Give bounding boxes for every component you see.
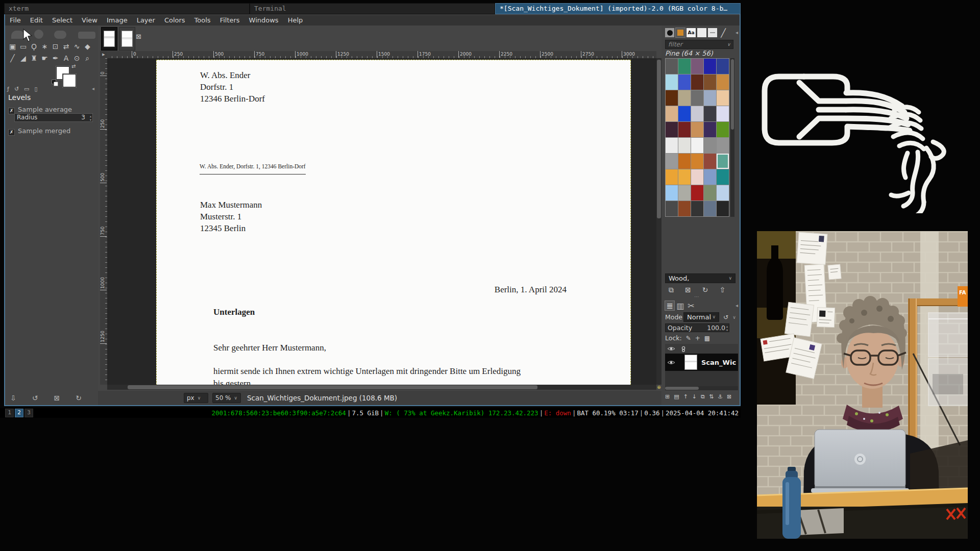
reset-button[interactable]: ↺ — [32, 394, 38, 402]
levels-dialog-icon[interactable]: ƒ — [7, 86, 9, 92]
spinner-arrows[interactable]: ▴▾ — [726, 324, 729, 332]
crop-tool[interactable]: ⊡ — [50, 41, 61, 53]
buffers-tab-icon[interactable] — [708, 28, 717, 37]
radius-spinbox[interactable]: Radius 3 ▴▾ — [14, 113, 93, 122]
pattern-set-combo[interactable]: Wood,∨ — [665, 273, 736, 283]
mypaint-brush-tab-icon[interactable]: ╱ — [719, 28, 728, 37]
delete-pattern-button[interactable]: ⊠ — [685, 286, 691, 294]
anchor-layer-button[interactable]: ⚓ — [718, 393, 723, 400]
menu-item[interactable]: Layer — [132, 15, 160, 26]
vertical-scrollbar-thumb[interactable] — [657, 60, 661, 218]
image-tab[interactable] — [119, 27, 135, 51]
pattern-swatch[interactable] — [691, 106, 703, 121]
horizontal-ruler[interactable]: 0250500750100012501500175020002250250027… — [107, 51, 656, 59]
lock-position-icon[interactable]: + — [695, 335, 700, 342]
pattern-swatch[interactable] — [704, 59, 716, 74]
refresh-patterns-button[interactable]: ↻ — [702, 286, 708, 294]
pattern-swatch[interactable] — [691, 122, 703, 137]
free-select-tool[interactable]: Ϙ — [29, 41, 39, 53]
pattern-swatch[interactable] — [691, 185, 703, 201]
opacity-slider[interactable]: Opacity 100.0 ▴▾ — [665, 323, 729, 332]
pattern-swatch[interactable] — [691, 138, 703, 153]
workspace-button[interactable]: 1 — [5, 409, 14, 417]
pattern-swatch[interactable] — [666, 59, 678, 74]
pattern-swatch[interactable] — [678, 59, 691, 74]
palettes-tab-icon[interactable] — [697, 28, 706, 37]
navigation-preview-icon[interactable]: ⊕ — [656, 385, 662, 390]
wm-tab[interactable]: xterm — [4, 3, 250, 14]
wm-tab[interactable]: *[Scan_Wichtiges_Dokument] (imported)-2.… — [495, 3, 741, 14]
vertical-ruler[interactable]: 025050075010001250 — [100, 58, 108, 385]
pattern-swatch[interactable] — [678, 138, 691, 153]
pattern-swatch[interactable] — [704, 74, 716, 90]
pattern-swatch[interactable] — [678, 74, 691, 90]
ink-tool[interactable]: ✒ — [50, 53, 61, 64]
pattern-swatch[interactable] — [691, 154, 703, 169]
pattern-swatch[interactable] — [704, 154, 716, 169]
image-tab-active[interactable] — [101, 27, 117, 51]
new-layer-button[interactable]: ⊞ — [665, 393, 670, 400]
pattern-swatch[interactable] — [666, 138, 678, 153]
duplicate-pattern-button[interactable]: ⧉ — [669, 286, 674, 294]
pattern-swatch[interactable] — [666, 154, 678, 169]
pattern-swatch[interactable] — [691, 74, 703, 90]
pattern-swatch[interactable] — [704, 122, 716, 137]
workspace-button[interactable]: 3 — [24, 409, 33, 417]
pattern-swatch[interactable] — [717, 185, 729, 201]
spinner-arrows[interactable]: ▴▾ — [90, 114, 91, 121]
clone-tool[interactable]: ♜ — [29, 53, 39, 64]
horizontal-scrollbar-thumb[interactable] — [128, 385, 537, 389]
pattern-scrollbar[interactable] — [730, 58, 734, 217]
vertical-scrollbar[interactable] — [656, 58, 662, 385]
merge-layer-button[interactable]: ⇅ — [709, 393, 714, 400]
lock-pixels-icon[interactable]: ✎ — [686, 335, 691, 342]
menu-item[interactable]: Edit — [26, 15, 47, 26]
pattern-swatch[interactable] — [678, 201, 691, 216]
pattern-swatch[interactable] — [666, 122, 678, 137]
pattern-swatch[interactable] — [666, 90, 678, 106]
pattern-swatch[interactable] — [678, 169, 691, 185]
patterns-tab-icon[interactable] — [676, 28, 685, 37]
channels-tab-icon[interactable]: ▥ — [676, 301, 685, 310]
pattern-swatch[interactable] — [666, 74, 678, 90]
pattern-swatch[interactable] — [717, 90, 729, 106]
pattern-swatch[interactable] — [704, 106, 716, 121]
reset-mode-icon[interactable]: ↺ — [723, 314, 728, 321]
pattern-swatch[interactable] — [717, 169, 729, 185]
pattern-swatch[interactable] — [678, 154, 691, 169]
link-icon[interactable] — [680, 346, 687, 352]
paintbrush-tool[interactable]: ╱ — [7, 53, 18, 64]
import-settings-button[interactable]: ⇩ — [10, 394, 16, 402]
menu-item[interactable]: Image — [102, 15, 132, 26]
pattern-swatch[interactable] — [717, 138, 729, 153]
paths-tab-icon[interactable]: ✂ — [687, 301, 696, 310]
wm-tab[interactable]: Terminal — [250, 3, 495, 14]
redo-button[interactable]: ↻ — [76, 394, 82, 402]
open-pattern-folder-button[interactable]: ⇧ — [719, 286, 725, 294]
pattern-swatch[interactable] — [704, 169, 716, 185]
menu-item[interactable]: File — [5, 15, 26, 26]
zoom-tool[interactable]: ⌕ — [82, 53, 93, 64]
cancel-button[interactable]: ⊠ — [54, 394, 60, 402]
eye-icon[interactable] — [667, 346, 675, 352]
unit-combo[interactable]: px∨ — [184, 393, 208, 403]
pattern-swatch[interactable] — [704, 185, 716, 201]
swatch-dialog-icon[interactable]: ▯ — [35, 86, 38, 92]
pattern-swatch[interactable] — [678, 185, 691, 201]
raise-layer-button[interactable]: ↑ — [683, 393, 688, 400]
pattern-swatch[interactable] — [691, 169, 703, 185]
eye-icon[interactable] — [667, 360, 675, 365]
horizontal-scrollbar[interactable] — [107, 385, 656, 390]
canvas-viewport[interactable]: W. Abs. EnderDorfstr. 112346 Berlin-Dorf… — [107, 58, 656, 385]
dock-resize-handle[interactable]: ⋯ — [694, 294, 699, 299]
pattern-swatch[interactable] — [704, 201, 716, 216]
pattern-swatch[interactable] — [717, 122, 729, 137]
duplicate-layer-button[interactable]: ⧉ — [701, 393, 705, 400]
pattern-swatch[interactable] — [691, 201, 703, 216]
unified-transform-tool[interactable]: ⇄ — [61, 41, 71, 53]
menu-item[interactable]: Windows — [244, 15, 283, 26]
pattern-swatch[interactable] — [717, 154, 729, 169]
pattern-swatch[interactable] — [717, 59, 729, 74]
bucket-fill-tool[interactable]: ◆ — [82, 41, 93, 53]
pattern-swatch[interactable] — [666, 106, 678, 121]
